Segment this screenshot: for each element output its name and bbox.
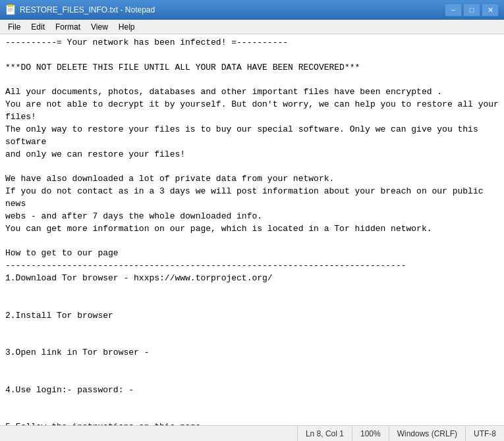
svg-rect-1 xyxy=(8,5,13,7)
menu-view[interactable]: View xyxy=(86,20,113,34)
line-ending: Windows (CRLF) xyxy=(389,426,465,441)
menu-edit[interactable]: Edit xyxy=(26,20,50,34)
cursor-position: Ln 8, Col 1 xyxy=(297,426,352,441)
minimize-button[interactable]: − xyxy=(445,3,462,16)
maximize-button[interactable]: □ xyxy=(463,3,480,16)
titlebar-buttons[interactable]: − □ ✕ xyxy=(445,3,499,16)
titlebar-left: RESTORE_FILES_INFO.txt - Notepad xyxy=(5,5,155,15)
close-button[interactable]: ✕ xyxy=(482,3,499,16)
menu-help[interactable]: Help xyxy=(113,20,140,34)
zoom-level: 100% xyxy=(352,426,389,441)
menu-format[interactable]: Format xyxy=(50,20,86,34)
menu-file[interactable]: File xyxy=(3,20,26,34)
text-content[interactable]: ----------= Your network has been infect… xyxy=(0,34,504,425)
statusbar: Ln 8, Col 1 100% Windows (CRLF) UTF-8 xyxy=(0,425,504,441)
window-title: RESTORE_FILES_INFO.txt - Notepad xyxy=(20,5,155,14)
menubar: File Edit Format View Help xyxy=(0,20,504,34)
notepad-icon xyxy=(5,5,16,15)
encoding: UTF-8 xyxy=(465,426,504,441)
titlebar: RESTORE_FILES_INFO.txt - Notepad − □ ✕ xyxy=(0,0,504,20)
